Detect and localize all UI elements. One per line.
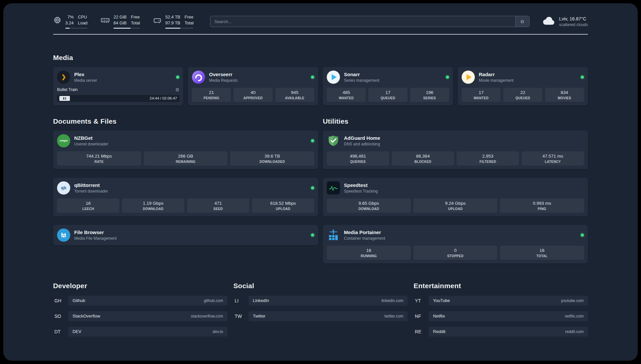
cpu-label-top: CPU	[78, 15, 87, 20]
stat-label: PING	[501, 207, 583, 211]
stat-download: 9.65 Gbps DOWNLOAD	[327, 198, 411, 213]
stat-value: 16	[328, 248, 410, 253]
stat-leech: 16 LEECH	[57, 198, 119, 213]
bookmark-group-developer: Developer GH Github github.com SO StackO…	[53, 282, 228, 342]
stat-series: 196 SERIES	[410, 88, 449, 102]
filebrowser-card[interactable]: File Browser Media File Management	[53, 225, 318, 245]
app-title: Overseerr	[209, 72, 238, 77]
topbar-divider	[53, 34, 588, 35]
weather-widget: Lviv, 16.87°C scattered clouds	[541, 16, 588, 27]
stat-value: 86,384	[393, 154, 453, 159]
bookmark-name: DEV	[73, 329, 81, 334]
media-grid: ❯ Plex Media server Bullet Train ⚙	[53, 67, 588, 106]
search-provider-button[interactable]: G	[515, 16, 529, 27]
disk-icon	[153, 16, 162, 26]
bookmark-github[interactable]: GH Github github.com	[53, 296, 228, 306]
stat-label: QUEUED	[370, 96, 406, 100]
overseerr-icon	[192, 71, 205, 84]
bookmark-abbr: TW	[233, 314, 249, 319]
bookmark-url: reddit.com	[565, 329, 584, 334]
stat-value: 21	[193, 90, 229, 95]
disk-widget: 52.4 TB Free 97.9 TB Total	[153, 15, 194, 29]
bookmark-url: twitter.com	[384, 314, 403, 318]
search-input[interactable]	[210, 16, 515, 27]
stat-label: DOWNLOAD	[328, 207, 410, 211]
status-dot	[311, 139, 314, 142]
bookmark-reddit[interactable]: RE Reddit reddit.com	[413, 327, 588, 337]
portainer-icon	[327, 228, 340, 242]
section-media: Media ❯ Plex Media server Bullet Tr	[53, 54, 588, 106]
bookmark-name: LinkedIn	[253, 298, 269, 303]
stat-downloaded: 39.6 TB DOWNLOADED	[230, 151, 314, 166]
section-title-developer: Developer	[53, 282, 228, 290]
bookmark-url: github.com	[204, 298, 223, 303]
stat-value: 47.571 ms	[523, 154, 583, 159]
stat-value: 485	[328, 90, 364, 95]
stat-label: SEED	[188, 207, 248, 211]
status-dot	[311, 186, 314, 190]
status-dot	[581, 76, 584, 79]
playback-progress-bar[interactable]: 24:44 / 02:06:47	[57, 95, 179, 102]
sonarr-icon	[327, 71, 340, 84]
sonarr-card[interactable]: Sonarr Series management 485 WANTED 17 Q…	[323, 67, 453, 106]
dashboard-panel: 7% CPU 3.24 Load 22	[3, 3, 638, 361]
stat-label: UPLOAD	[253, 207, 313, 211]
bookmark-linkedin[interactable]: LI LinkedIn linkedin.com	[233, 296, 408, 306]
app-subtitle: Usenet downloader	[74, 142, 108, 146]
bookmark-name: StackOverflow	[73, 314, 100, 318]
cpu-label-bottom: Load	[78, 20, 87, 26]
adguard-card[interactable]: AdGuard Home DNS and adblocking 498,461 …	[323, 131, 588, 169]
stat-value: 196	[412, 90, 448, 95]
weather-condition: scattered clouds	[559, 22, 588, 27]
speedtest-card[interactable]: Speedtest Speedtest Tracking 9.65 Gbps D…	[323, 178, 588, 216]
bookmark-abbr: YT	[413, 298, 429, 303]
ram-icon	[101, 16, 110, 26]
stat-label: FILTERED	[458, 160, 518, 164]
app-title: Plex	[74, 72, 97, 77]
memory-progress-bar	[113, 28, 140, 29]
stat-value: 498,461	[328, 154, 388, 159]
bookmark-dev[interactable]: DT DEV dev.to	[53, 327, 228, 337]
app-subtitle: Media File Management	[74, 236, 117, 241]
bookmark-abbr: GH	[53, 298, 68, 303]
stat-label: PENDING	[193, 96, 229, 100]
nzbget-card[interactable]: nzbget NZBGet Usenet downloader 744.21 M…	[53, 131, 318, 169]
portainer-card[interactable]: Media Portainer Container management 16 …	[323, 225, 588, 263]
section-title-social: Social	[233, 282, 408, 290]
bookmark-twitter[interactable]: TW Twitter twitter.com	[233, 311, 408, 321]
pause-icon[interactable]	[59, 96, 70, 101]
stat-upload: 618.52 Mbps UPLOAD	[252, 198, 314, 213]
stat-label: MOVIES	[546, 96, 583, 100]
bookmark-abbr: SO	[53, 314, 68, 319]
section-title-entertainment: Entertainment	[413, 282, 588, 290]
stat-label: QUEUED	[504, 96, 541, 100]
stat-wanted: 485 WANTED	[327, 88, 366, 102]
filebrowser-icon	[57, 228, 70, 242]
now-playing-title: Bullet Train	[57, 87, 78, 92]
bookmark-abbr: RE	[413, 329, 429, 334]
disk-progress-bar	[165, 28, 194, 29]
radarr-card[interactable]: Radarr Movie management 17 WANTED 22 QUE…	[458, 67, 588, 106]
stat-label: RATE	[58, 160, 140, 164]
status-dot	[581, 233, 584, 237]
stat-value: 39.6 TB	[231, 154, 313, 159]
status-dot	[311, 76, 314, 79]
bookmark-netflix[interactable]: NF Netflix netflix.com	[413, 311, 588, 321]
bookmark-stackoverflow[interactable]: SO StackOverflow stackoverflow.com	[53, 311, 228, 321]
qbittorrent-card[interactable]: qb qBittorrent Torrent downloader 16 LEE…	[53, 178, 318, 216]
stat-approved: 40 APPROVED	[233, 88, 272, 102]
search-bar: G	[210, 16, 529, 27]
middle-zone: Documents & Files nzbget NZBGet Usenet d…	[53, 117, 588, 263]
gear-icon[interactable]: ⚙	[175, 87, 179, 92]
stat-upload: 9.24 Gbps UPLOAD	[413, 198, 498, 213]
plex-card[interactable]: ❯ Plex Media server Bullet Train ⚙	[53, 67, 183, 106]
bookmark-abbr: LI	[233, 298, 249, 303]
stat-label: REMAINING	[145, 160, 227, 164]
stat-value: 834	[546, 90, 583, 95]
disk-label-bottom: Total	[185, 20, 194, 26]
bookmark-youtube[interactable]: YT YouTube youtube.com	[413, 296, 588, 306]
stat-value: 40	[235, 90, 271, 95]
stat-value: 17	[370, 90, 406, 95]
overseerr-card[interactable]: Overseerr Media Requests 21 PENDING 40 A…	[188, 67, 318, 106]
app-subtitle: Speedtest Tracking	[344, 189, 378, 194]
